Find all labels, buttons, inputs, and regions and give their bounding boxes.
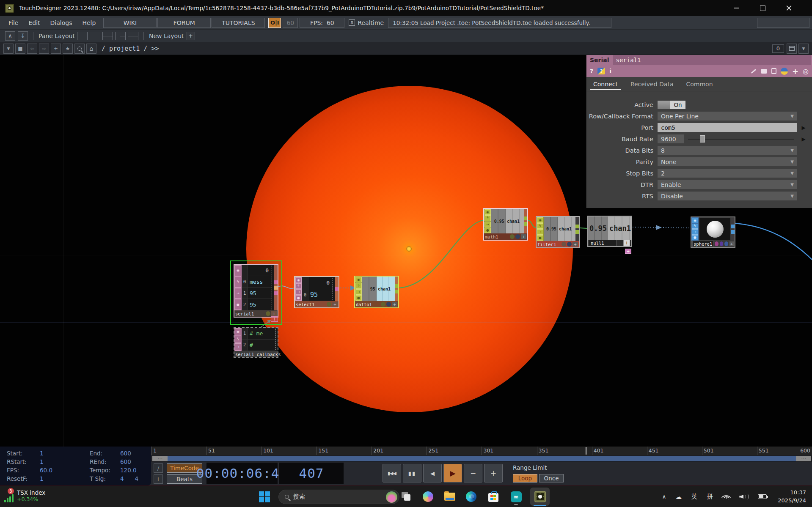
- add-layout-button[interactable]: +: [187, 32, 195, 40]
- step-back-button[interactable]: ◀: [423, 464, 442, 482]
- realtime-checkbox[interactable]: X: [349, 19, 355, 26]
- color-dot-icon[interactable]: [266, 311, 270, 316]
- ime-indicator[interactable]: 拼: [707, 493, 713, 501]
- color-dot-icon[interactable]: [510, 234, 515, 239]
- node-null1[interactable]: 0.95 chan1 null1: [587, 216, 632, 247]
- node-flags[interactable]: [484, 209, 491, 233]
- bypass-flag-icon[interactable]: [355, 283, 362, 288]
- viewer-flag-icon[interactable]: [235, 328, 241, 335]
- output-ports[interactable]: [335, 277, 339, 301]
- node-name-bar[interactable]: serial1: [234, 310, 278, 317]
- port-menu-arrow-icon[interactable]: ▶: [799, 123, 808, 132]
- range-end-handle[interactable]: [796, 456, 811, 461]
- jump-to-start-button[interactable]: ▮◀◀: [383, 464, 401, 482]
- collapse-icon[interactable]: [5, 31, 15, 41]
- export-flag-icon[interactable]: [235, 288, 241, 299]
- color-dot-icon[interactable]: [386, 302, 391, 307]
- color-dot-icon[interactable]: [720, 241, 724, 246]
- dock-expand-icon[interactable]: [625, 249, 631, 254]
- search-highlight-image[interactable]: [386, 491, 397, 503]
- home-icon[interactable]: [86, 44, 96, 54]
- add-icon[interactable]: [51, 44, 61, 54]
- forum-button[interactable]: FORUM: [157, 18, 211, 28]
- lock-flag-icon[interactable]: [484, 227, 491, 233]
- range-bar[interactable]: [152, 456, 811, 461]
- lock-flag-icon[interactable]: [235, 299, 241, 310]
- baud-rate-slider[interactable]: 9600: [658, 134, 797, 143]
- rate-limit-value[interactable]: 60: [283, 18, 298, 28]
- toggle-knob[interactable]: [658, 101, 670, 109]
- collapse-pane-icon[interactable]: [798, 44, 809, 54]
- viewer-flag-icon[interactable]: [295, 277, 302, 283]
- timeline-range[interactable]: [151, 455, 812, 462]
- layout-mixed-icon[interactable]: [115, 32, 126, 40]
- edit-icon[interactable]: [751, 69, 757, 73]
- comment-add-icon[interactable]: [573, 242, 578, 247]
- output-ports[interactable]: [395, 277, 398, 301]
- viewer-flag-icon[interactable]: [692, 218, 698, 223]
- arduino-button[interactable]: ∞: [510, 491, 522, 502]
- lock-flag-icon[interactable]: [537, 235, 543, 241]
- comment-add-icon[interactable]: [332, 302, 338, 307]
- menu-edit[interactable]: Edit: [28, 19, 40, 26]
- node-flags[interactable]: [691, 217, 699, 241]
- node-name-bar[interactable]: sphere1: [691, 241, 735, 247]
- once-button[interactable]: Once: [539, 474, 564, 482]
- decrement-frame-button[interactable]: −: [464, 464, 482, 482]
- color-dot-icon[interactable]: [515, 234, 520, 239]
- start-button[interactable]: [259, 491, 270, 502]
- comment-add-icon[interactable]: [729, 241, 734, 246]
- wiki-button[interactable]: WIKI: [103, 18, 157, 28]
- comment-add-icon[interactable]: [271, 311, 277, 316]
- node-flags[interactable]: [234, 265, 242, 310]
- node-flags[interactable]: [234, 328, 242, 351]
- export-flag-icon[interactable]: [355, 289, 362, 295]
- stop-bits-dropdown[interactable]: 2: [658, 169, 797, 178]
- bypass-flag-icon[interactable]: [235, 336, 241, 343]
- export-flag-icon[interactable]: [692, 229, 698, 235]
- touchdesigner-button-icon[interactable]: [534, 491, 546, 502]
- tutorials-button[interactable]: TUTORIALS: [212, 18, 265, 28]
- reset-parameters-icon[interactable]: [803, 67, 809, 75]
- dock-expand-icon[interactable]: [271, 316, 278, 322]
- color-dot-icon[interactable]: [567, 242, 572, 247]
- node-name-bar[interactable]: null1: [588, 240, 631, 246]
- tab-connect[interactable]: Connect: [592, 78, 619, 90]
- bypass-flag-icon[interactable]: [235, 277, 241, 288]
- node-filter1[interactable]: 0.95 chan1 filter1: [536, 216, 580, 248]
- bypass-flag-icon[interactable]: [537, 223, 543, 229]
- export-flag-icon[interactable]: [235, 343, 241, 351]
- copilot-button[interactable]: [422, 491, 434, 502]
- play-button[interactable]: ▶: [443, 464, 462, 482]
- rts-dropdown[interactable]: Disable: [658, 192, 797, 200]
- back-icon[interactable]: [27, 44, 37, 54]
- operator-name-field[interactable]: serial1: [613, 55, 811, 65]
- comment-add-icon[interactable]: [623, 240, 630, 246]
- dtr-dropdown[interactable]: Enable: [658, 180, 797, 189]
- node-flags[interactable]: [355, 277, 362, 301]
- tab-received-data[interactable]: Received Data: [630, 78, 674, 90]
- task-view-button[interactable]: [401, 491, 412, 502]
- slider-handle[interactable]: [700, 135, 705, 143]
- port-field[interactable]: com5: [658, 123, 797, 132]
- node-flags[interactable]: [295, 277, 302, 301]
- export-flag-icon[interactable]: [295, 289, 302, 295]
- bypass-flag-icon[interactable]: [295, 283, 302, 289]
- layout-single-icon[interactable]: [77, 32, 88, 40]
- node-math1[interactable]: 0.95 chan1 math1: [483, 208, 528, 241]
- output-ports[interactable]: [731, 217, 735, 241]
- python-help-icon[interactable]: ?: [597, 68, 605, 74]
- python-icon[interactable]: [781, 68, 788, 75]
- node-name-bar[interactable]: filter1: [537, 241, 579, 247]
- loop-button[interactable]: Loop: [513, 474, 537, 482]
- viewer-flag-icon[interactable]: [355, 277, 362, 282]
- node-name-bar[interactable]: select1: [295, 301, 339, 307]
- lock-flag-icon[interactable]: [295, 295, 302, 301]
- export-flag-icon[interactable]: [484, 222, 491, 227]
- timeline-ruler[interactable]: 151 101151 201251 301351 401451 501551 6…: [151, 447, 812, 455]
- color-dot-icon[interactable]: [381, 302, 385, 307]
- lock-flag-icon[interactable]: [692, 235, 698, 241]
- frame-mode-button[interactable]: /: [154, 463, 163, 473]
- node-flags[interactable]: [537, 217, 544, 241]
- pause-button[interactable]: ▮▮: [403, 464, 421, 482]
